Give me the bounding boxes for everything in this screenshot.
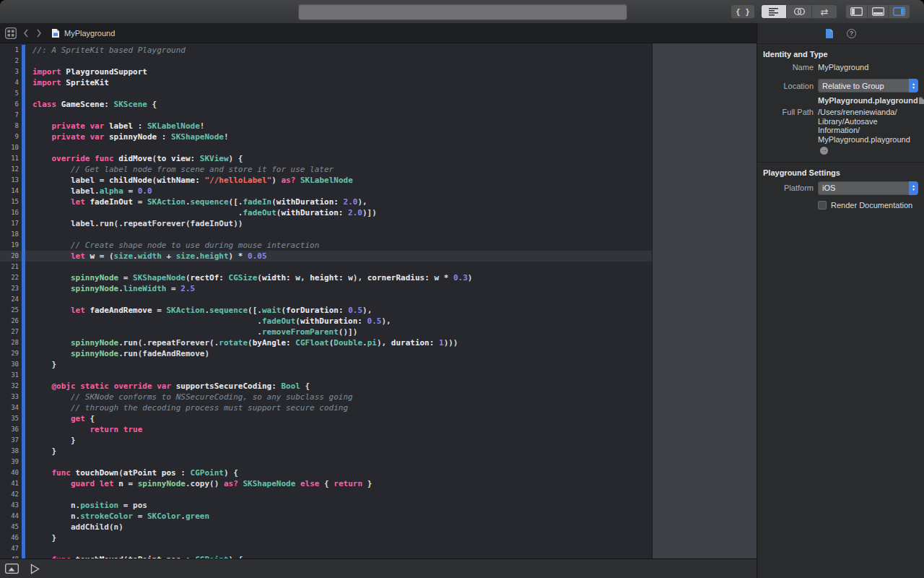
line-number: 38 xyxy=(0,446,22,457)
code-line[interactable]: 24 xyxy=(0,294,652,305)
source-editor[interactable]: 1//: A SpriteKit based Playground23impor… xyxy=(0,43,652,558)
forward-button[interactable] xyxy=(35,28,43,38)
run-playground-button[interactable] xyxy=(30,564,40,574)
code-line[interactable]: 19 // Create shape node to use during mo… xyxy=(0,240,652,251)
code-line[interactable]: 29 spinnyNode.run(fadeAndRemove) xyxy=(0,348,652,359)
open-path-arrow-icon[interactable]: → xyxy=(820,147,828,155)
quick-help-tab[interactable]: ? xyxy=(847,29,856,38)
code-line[interactable]: 14 label.alpha = 0.0 xyxy=(0,186,652,197)
code-text xyxy=(25,262,32,272)
toggle-navigator-button[interactable] xyxy=(846,5,868,18)
code-line[interactable]: 6class GameScene: SKScene { xyxy=(0,99,652,110)
line-number: 36 xyxy=(0,424,22,435)
code-line[interactable]: 4import SpriteKit xyxy=(0,77,652,88)
code-text: n.strokeColor = SKColor.green xyxy=(25,511,209,522)
line-number: 31 xyxy=(0,370,22,381)
code-line[interactable]: 18 xyxy=(0,229,652,240)
code-line[interactable]: 31 xyxy=(0,370,652,381)
code-text: } xyxy=(25,446,56,457)
line-number: 28 xyxy=(0,337,22,348)
library-button[interactable]: { } xyxy=(731,4,755,19)
platform-select[interactable]: iOS ▲▼ xyxy=(818,181,918,195)
line-number: 34 xyxy=(0,402,22,413)
code-line[interactable]: 26 .fadeOut(withDuration: 0.5), xyxy=(0,316,652,327)
code-text: //: A SpriteKit based Playground xyxy=(25,45,186,56)
linked-circles-icon xyxy=(793,7,806,16)
code-line[interactable]: 41 guard let n = spinnyNode.copy() as? S… xyxy=(0,478,652,489)
code-line[interactable]: 45 addChild(n) xyxy=(0,522,652,532)
code-line[interactable]: 9 private var spinnyNode : SKShapeNode! xyxy=(0,131,652,142)
line-number: 29 xyxy=(0,348,22,359)
line-number: 4 xyxy=(0,77,22,88)
code-line[interactable]: 36 return true xyxy=(0,424,652,435)
code-line[interactable]: 44 n.strokeColor = SKColor.green xyxy=(0,511,652,522)
line-number: 27 xyxy=(0,327,22,337)
code-line[interactable]: 16 .fadeOut(withDuration: 2.0)]) xyxy=(0,207,652,218)
code-line[interactable]: 17 label.run(.repeatForever(fadeInOut)) xyxy=(0,218,652,229)
code-line[interactable]: 43 n.position = pos xyxy=(0,500,652,511)
code-line[interactable]: 10 xyxy=(0,142,652,153)
code-line[interactable]: 23 spinnyNode.lineWidth = 2.5 xyxy=(0,283,652,294)
file-inspector-tab[interactable] xyxy=(825,28,834,39)
code-line[interactable]: 40 func touchDown(atPoint pos : CGPoint)… xyxy=(0,467,652,478)
code-line[interactable]: 30 } xyxy=(0,359,652,370)
location-select[interactable]: Relative to Group ▲▼ xyxy=(818,79,918,92)
render-docs-checkbox[interactable] xyxy=(818,201,827,210)
playground-file-icon xyxy=(51,28,60,38)
code-line[interactable]: 13 label = childNode(withName: "//helloL… xyxy=(0,175,652,186)
code-line[interactable]: 46 } xyxy=(0,532,652,543)
code-line[interactable]: 28 spinnyNode.run(.repeatForever(.rotate… xyxy=(0,337,652,348)
toggle-inspector-button[interactable] xyxy=(889,5,910,18)
code-line[interactable]: 8 private var label : SKLabelNode! xyxy=(0,121,652,131)
code-line[interactable]: 33 // SKNode conforms to NSSecureCoding,… xyxy=(0,392,652,402)
back-button[interactable] xyxy=(22,28,30,38)
code-line[interactable]: 5 xyxy=(0,88,652,99)
code-line[interactable]: 11 override func didMove(to view: SKView… xyxy=(0,153,652,164)
section-header-identity: Identity and Type xyxy=(757,44,924,61)
code-line[interactable]: 32 @objc static override var supportsSec… xyxy=(0,381,652,392)
standard-editor-button[interactable] xyxy=(762,5,787,18)
line-number: 13 xyxy=(0,175,22,186)
console-window-icon xyxy=(5,564,19,574)
toggle-debug-area-button[interactable] xyxy=(868,5,889,18)
code-line[interactable]: 37 } xyxy=(0,435,652,446)
code-text: return true xyxy=(25,424,142,435)
code-text: label = childNode(withName: "//helloLabe… xyxy=(25,175,353,186)
code-line[interactable]: 20 let w = (size.width + size.height) * … xyxy=(0,251,652,262)
version-editor-button[interactable]: ⇄ xyxy=(812,5,837,18)
playground-results-sidebar[interactable] xyxy=(652,43,757,558)
code-text: // Get label node from scene and store i… xyxy=(25,164,334,175)
code-line[interactable]: 25 let fadeAndRemove = SKAction.sequence… xyxy=(0,305,652,316)
code-line[interactable]: 2 xyxy=(0,56,652,66)
code-line[interactable]: 39 xyxy=(0,457,652,467)
folder-icon[interactable] xyxy=(918,97,924,105)
code-line[interactable]: 15 let fadeInOut = SKAction.sequence([.f… xyxy=(0,197,652,207)
code-line[interactable]: 38 } xyxy=(0,446,652,457)
activity-viewer xyxy=(298,4,627,20)
code-line[interactable]: 22 spinnyNode = SKShapeNode(rectOf: CGSi… xyxy=(0,272,652,283)
line-number: 3 xyxy=(0,66,22,77)
code-line[interactable]: 27 .removeFromParent()]) xyxy=(0,327,652,337)
related-items-button[interactable] xyxy=(5,27,17,39)
code-line[interactable]: 47 xyxy=(0,543,652,554)
left-panel-icon xyxy=(850,7,863,16)
code-text: @objc static override var supportsSecure… xyxy=(25,381,310,392)
code-line[interactable]: 1//: A SpriteKit based Playground xyxy=(0,45,652,56)
name-value[interactable]: MyPlayground xyxy=(818,63,868,72)
assistant-editor-button[interactable] xyxy=(787,5,812,18)
code-line[interactable]: 35 get { xyxy=(0,413,652,424)
line-number: 6 xyxy=(0,99,22,110)
bottom-panel-icon xyxy=(872,7,884,16)
code-line[interactable]: 34 // through the decoding process must … xyxy=(0,402,652,413)
live-view-toggle-button[interactable] xyxy=(5,564,19,574)
line-number: 2 xyxy=(0,56,22,66)
code-line[interactable]: 12 // Get label node from scene and stor… xyxy=(0,164,652,175)
breadcrumb-file-name[interactable]: MyPlayground xyxy=(64,29,115,38)
code-line[interactable]: 42 xyxy=(0,489,652,500)
line-number: 16 xyxy=(0,207,22,218)
code-line[interactable]: 7 xyxy=(0,110,652,121)
code-line[interactable]: 3import PlaygroundSupport xyxy=(0,66,652,77)
code-line[interactable]: 21 xyxy=(0,262,652,272)
code-text xyxy=(25,229,32,240)
code-text: func touchDown(atPoint pos : CGPoint) { xyxy=(25,467,238,478)
